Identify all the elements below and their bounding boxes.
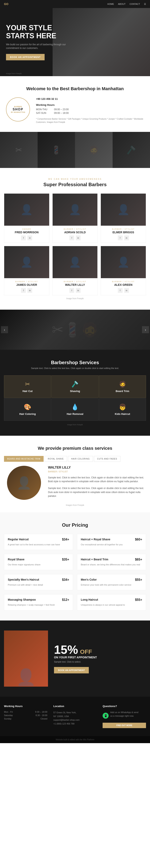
service-card: 🧔 Beard Trim <box>99 375 146 398</box>
instagram-icon[interactable]: in <box>76 236 81 240</box>
footer-questions-col: Questions? 📱 Add us on WhatsApp & send u… <box>103 705 146 728</box>
pricing-item-header: Massaging Shampoo $12+ <box>8 598 69 602</box>
service-name: Kids Haircut <box>102 412 143 415</box>
gallery-item-3: 🧔 <box>75 132 113 168</box>
pricing-item-header: Long Haircut $55+ <box>81 598 142 602</box>
gallery-item-2: 💈 <box>38 132 75 168</box>
facebook-icon[interactable]: f <box>118 236 123 240</box>
facebook-icon[interactable]: f <box>21 236 26 240</box>
service-name: Hair Removal <box>54 412 95 415</box>
welcome-section: Welcome to the Best Barbershop in Manhat… <box>0 76 150 132</box>
pricing-item-price: $34+ <box>62 538 69 541</box>
pricing-grid: Regular Haircut $34+ A great hair cut is… <box>4 534 146 611</box>
barber-social: f in <box>103 288 143 293</box>
barber-name: JAMES OLIVER <box>7 283 47 286</box>
hours-row-1: MON-THU 09:00 – 23:00 <box>36 108 144 111</box>
hero-credit: Image from Freepik <box>6 72 22 74</box>
barber-info: BARBER / STYLIST ALEX GREEN f in <box>101 278 146 295</box>
discount-percent: 15% <box>54 644 78 656</box>
pricing-item-desc: Uniqueness is always in our utmost appea… <box>81 603 142 607</box>
pricing-item: Long Haircut $55+ Uniqueness is always i… <box>77 594 146 611</box>
gallery-item-4: 🪒 <box>113 132 150 168</box>
hours-time-2: 09:00 – 18:00 <box>54 112 69 115</box>
service-name: Hair Cut <box>7 390 48 393</box>
instagram-icon[interactable]: in <box>27 288 32 293</box>
instagram-icon[interactable]: in <box>76 288 81 293</box>
instagram-icon[interactable]: in <box>124 236 129 240</box>
barber-card: 👤 OWNER FRED MORRISON f in <box>4 193 49 243</box>
pricing-item: Royal Shave $35+ Our three major signatu… <box>4 554 73 570</box>
pricing-item: Haircut + Royal Shave $60+ Our exception… <box>77 534 146 550</box>
book-appointment-button[interactable]: BOOK AN APPOINTMENT <box>6 54 45 60</box>
discount-book-button[interactable]: BOOK AN APPOINTMENT <box>54 667 89 673</box>
footer-hours-row: Sunday Closed <box>4 717 47 720</box>
barbers-credit: Image from Freepik <box>4 298 146 300</box>
premium-title: We provide premium class services <box>4 446 146 451</box>
premium-tab[interactable]: HAIR COLORING <box>68 456 93 462</box>
footer-location-title: Location <box>53 705 97 708</box>
instagram-icon[interactable]: in <box>27 236 32 240</box>
pricing-item-price: $65+ <box>135 558 142 561</box>
barber-info: BARBER / STYLIST WALTER LILLY f in <box>52 278 98 295</box>
service-card: 💧 Hair Removal <box>51 398 99 421</box>
pricing-section: Our Pricing Regular Haircut $34+ A great… <box>0 512 150 620</box>
pricing-item-header: Regular Haircut $34+ <box>8 538 69 541</box>
barber-logo-top: BARBER <box>14 105 22 107</box>
premium-tab[interactable]: BEARD AND MUSTACHE TRIM <box>4 456 44 462</box>
instagram-icon[interactable]: in <box>124 288 129 293</box>
nav-home[interactable]: Home <box>107 3 114 5</box>
pricing-item: Men's Color $55+ Enhance your look with … <box>77 574 146 590</box>
barber-social: f in <box>55 288 95 293</box>
slider-next-button[interactable]: › <box>142 326 149 333</box>
barber-role: OWNER <box>7 228 47 230</box>
barbers-subtitle: WE CAN MAKE YOUR AWESOMENESS <box>4 178 146 180</box>
barbers-grid: 👤 OWNER FRED MORRISON f in 👤 BARBER / ST… <box>4 193 146 296</box>
services-section: Barbershop Services Sample text. Click t… <box>0 350 150 436</box>
facebook-icon[interactable]: f <box>21 288 26 293</box>
pricing-item-name: Royal Shave <box>8 558 25 561</box>
discount-section: 👤 15% OFF ON YOUR FIRST APPOINTMENT Samp… <box>0 620 150 696</box>
nav-contact[interactable]: Contact <box>129 3 140 5</box>
pricing-item-name: Haircut + Beard Trim <box>81 558 108 561</box>
facebook-icon[interactable]: f <box>69 236 74 240</box>
pricing-item-name: Men's Color <box>81 578 97 581</box>
nav-about[interactable]: About <box>118 3 125 5</box>
premium-tab[interactable]: CUTS AND FADES <box>94 456 120 462</box>
footer-questions-text: Add us on WhatsApp & send us a message r… <box>110 711 139 718</box>
slider-image: ✂💈🧔 <box>0 310 150 350</box>
service-card: 🪒 Shaving <box>51 375 99 398</box>
pricing-item-desc: A great hair cut is the best accessory a… <box>8 543 69 546</box>
pricing-item-desc: Our exceptional service all together for… <box>81 543 142 546</box>
header-logo: GO <box>4 2 8 6</box>
pricing-item-desc: Beard or shave, we bring the differences… <box>81 563 142 566</box>
main-nav: Home About Contact ☰ <box>107 3 146 5</box>
barber-social: f in <box>55 236 95 240</box>
footer-find-out-button[interactable]: FIND OUT MORE <box>103 723 146 728</box>
pricing-item-price: $55+ <box>135 578 142 582</box>
barbers-section: WE CAN MAKE YOUR AWESOMENESS Super Profe… <box>0 168 150 310</box>
facebook-icon[interactable]: f <box>118 288 123 293</box>
pricing-item-name: Long Haircut <box>81 598 98 601</box>
service-card: 🎨 Hair Coloring <box>4 398 51 421</box>
nav-menu[interactable]: ☰ <box>144 3 146 5</box>
barber-role: BARBER / STYLIST <box>55 281 95 283</box>
barber-role: BARBER / STYLIST <box>103 281 143 283</box>
barber-role: BARBER / STYLIST <box>7 281 47 283</box>
footer-whatsapp: 📱 Add us on WhatsApp & send us a message… <box>103 711 146 721</box>
service-icon: 🧔 <box>102 380 143 388</box>
footer-email: support@barber-shop.com <box>53 718 97 722</box>
discount-desc: Sample text. Click to select. <box>54 660 146 663</box>
premium-content: 👤 WALTER LILLY BARBER / STYLIST Sample t… <box>4 466 146 501</box>
facebook-icon[interactable]: f <box>69 288 74 293</box>
phone-number: +90 123 456 32 11 <box>36 97 144 100</box>
premium-photo-wrap: 👤 <box>4 466 44 500</box>
gallery-item-1: ✂ <box>0 132 38 168</box>
barber-name: ADRIAN SCOLD <box>55 231 95 234</box>
slider-prev-button[interactable]: ‹ <box>1 326 8 333</box>
services-credit: Image from Freepik <box>4 424 146 426</box>
barber-photo: 👤 <box>52 246 98 278</box>
gallery-strip: ✂ 💈 🧔 🪒 <box>0 132 150 168</box>
header: GO Home About Contact ☰ <box>0 0 150 8</box>
pricing-item: Regular Haircut $34+ A great hair cut is… <box>4 534 73 550</box>
premium-tab[interactable]: ROYAL SHAVE <box>45 456 67 462</box>
